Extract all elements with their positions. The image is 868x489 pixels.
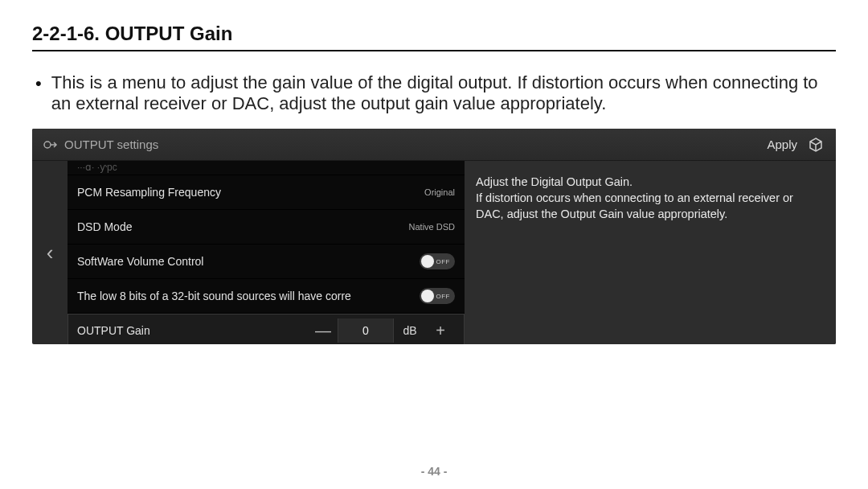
description-bullet: • This is a menu to adjust the gain valu… [32, 72, 836, 114]
apply-button[interactable]: Apply [767, 138, 797, 151]
toggle-off[interactable]: OFF [420, 288, 455, 304]
info-panel: Adjust the Digital Output Gain. If disto… [465, 129, 836, 344]
gain-unit: dB [394, 318, 426, 343]
row-dsd-mode[interactable]: DSD Mode Native DSD [68, 210, 465, 244]
gain-value: 0 [338, 318, 394, 343]
row-label: DSD Mode [77, 220, 132, 233]
row-low8bits[interactable]: The low 8 bits of a 32-bit sound sources… [68, 279, 465, 314]
row-label: PCM Resampling Frequency [77, 186, 221, 199]
row-label: OUTPUT Gain [77, 324, 150, 337]
list-row-partial: ···ɑ· ·ƴpс [68, 161, 465, 175]
bullet-dot: • [32, 72, 51, 114]
row-output-gain[interactable]: OUTPUT Gain — 0 dB + [68, 314, 465, 344]
row-label: SoftWare Volume Control [77, 255, 203, 268]
svg-point-0 [44, 142, 51, 148]
description-text: This is a menu to adjust the gain value … [51, 72, 836, 114]
toggle-state: OFF [436, 258, 451, 265]
row-value: Native DSD [409, 222, 455, 232]
row-value: Original [424, 187, 455, 197]
row-pcm-resampling[interactable]: PCM Resampling Frequency Original [68, 175, 465, 210]
gain-minus-button[interactable]: — [309, 318, 338, 343]
gain-stepper: — 0 dB + [309, 318, 455, 343]
info-line: Adjust the Digital Output Gain. [476, 174, 821, 190]
toggle-knob [421, 290, 434, 302]
device-screenshot: OUTPUT settings Apply ‹ ···ɑ· ·ƴpс PCM R… [32, 129, 836, 344]
toggle-off[interactable]: OFF [420, 253, 455, 269]
row-software-volume[interactable]: SoftWare Volume Control OFF [68, 244, 465, 279]
header-title: OUTPUT settings [64, 138, 158, 151]
toggle-knob [421, 255, 434, 268]
section-heading: 2-2-1-6. OUTPUT Gain [32, 23, 836, 51]
gain-plus-button[interactable]: + [426, 318, 455, 343]
row-label: The low 8 bits of a 32-bit sound sources… [77, 290, 351, 302]
output-icon [43, 138, 58, 152]
back-icon[interactable]: ‹ [47, 240, 54, 265]
device-header: OUTPUT settings Apply [32, 129, 836, 161]
page-number: - 44 - [0, 465, 868, 478]
settings-list: ···ɑ· ·ƴpс PCM Resampling Frequency Orig… [68, 129, 465, 344]
cube-icon[interactable] [807, 136, 825, 154]
info-line: If distortion occurs when connecting to … [476, 190, 821, 222]
toggle-state: OFF [436, 293, 451, 300]
